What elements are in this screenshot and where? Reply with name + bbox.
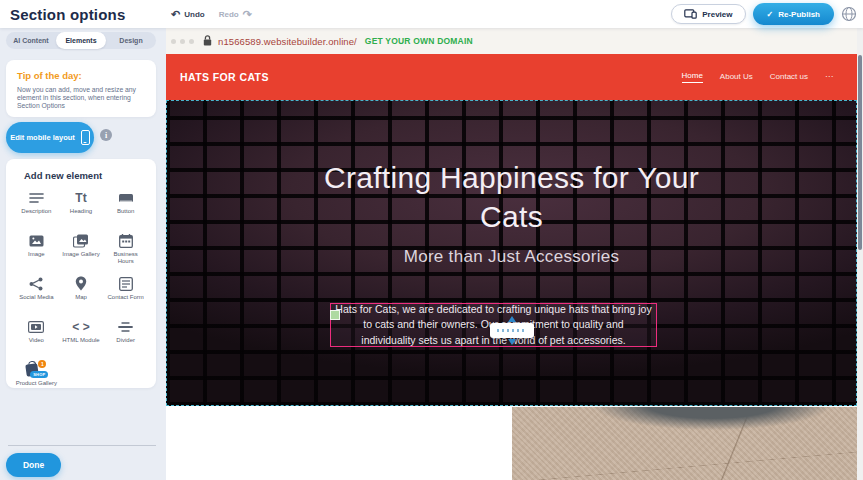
section-options-panel: AI Content Elements Design Tip of the da… (0, 28, 166, 480)
product-gallery-icon: 1 SHOP (26, 361, 46, 378)
resize-arrow-up-icon (508, 316, 516, 322)
site-nav: Home About Us Contact us ⋯ (682, 54, 834, 100)
next-section-image[interactable] (512, 407, 857, 480)
preview-scrollbar (857, 28, 863, 480)
element-item-product-gallery[interactable]: 1 SHOP Product Gallery (14, 361, 59, 395)
nav-about-us[interactable]: About Us (720, 72, 753, 83)
undo-button[interactable]: ↶ Undo (171, 9, 205, 20)
window-dot (171, 39, 176, 44)
redo-icon: ↷ (243, 9, 252, 20)
undo-label: Undo (184, 10, 204, 19)
app-window: Section options ↶ Undo Redo ↷ Preview ✓ (0, 0, 863, 480)
add-element-title: Add new element (24, 170, 148, 181)
add-element-card: Add new element Description Tt Heading (6, 159, 156, 388)
notification-badge: 1 (38, 360, 46, 368)
tab-elements[interactable]: Elements (56, 32, 106, 49)
tab-ai-content[interactable]: AI Content (6, 32, 56, 49)
business-hours-icon (119, 232, 133, 249)
description-icon (29, 189, 44, 206)
divider-icon (118, 318, 133, 335)
devices-icon (684, 9, 697, 19)
preview-label: Preview (702, 10, 732, 19)
element-item-map[interactable]: Map (59, 275, 104, 309)
video-icon (28, 318, 44, 335)
element-item-social-media[interactable]: Social Media (14, 275, 59, 309)
undo-redo-group: ↶ Undo Redo ↷ (171, 0, 252, 28)
hero-section[interactable]: Crafting Happiness for Your Cats More th… (166, 100, 857, 406)
element-item-button[interactable]: Button (103, 189, 148, 223)
element-item-heading[interactable]: Tt Heading (59, 189, 104, 223)
social-media-icon (29, 275, 43, 292)
globe-icon (841, 6, 857, 22)
tab-design[interactable]: Design (106, 32, 156, 49)
element-grid: Description Tt Heading Button Ima (14, 189, 148, 395)
page-title: Section options (10, 6, 126, 23)
element-item-divider[interactable]: Divider (103, 318, 148, 352)
site-logo[interactable]: HATS FOR CATS (180, 71, 269, 83)
get-domain-link[interactable]: GET YOUR OWN DOMAIN (365, 36, 473, 46)
site-header[interactable]: HATS FOR CATS Home About Us Contact us ⋯ (166, 54, 857, 100)
preview-button[interactable]: Preview (671, 4, 745, 24)
contact-form-icon (119, 275, 133, 292)
republish-label: Re-Publish (778, 10, 820, 19)
element-item-description[interactable]: Description (14, 189, 59, 223)
redo-label: Redo (219, 10, 239, 19)
section-resize-handle[interactable] (490, 323, 534, 338)
shop-tag: SHOP (30, 371, 48, 378)
edit-mobile-label: Edit mobile layout (10, 133, 75, 142)
html-module-icon: < > (72, 318, 89, 335)
element-item-html-module[interactable]: < > HTML Module (59, 318, 104, 352)
done-button[interactable]: Done (6, 453, 61, 477)
image-icon (29, 232, 44, 249)
republish-button[interactable]: ✓ Re-Publish (753, 3, 834, 25)
element-item-image[interactable]: Image (14, 232, 59, 266)
edit-mobile-layout-button[interactable]: Edit mobile layout (6, 122, 94, 153)
panel-divider (8, 445, 156, 446)
image-gallery-icon (73, 232, 89, 249)
tip-title: Tip of the day: (17, 70, 145, 81)
undo-icon: ↶ (171, 9, 180, 20)
hero-heading[interactable]: Crafting Happiness for Your Cats (312, 158, 712, 236)
element-item-video[interactable]: Video (14, 318, 59, 352)
element-drag-handle[interactable] (330, 310, 340, 320)
panel-tabs: AI Content Elements Design (6, 32, 156, 49)
window-dots (171, 39, 194, 44)
heading-icon: Tt (75, 189, 86, 206)
language-globe-button[interactable] (841, 6, 857, 22)
resize-grip-dots (497, 329, 527, 332)
window-dot (180, 39, 185, 44)
element-item-contact-form[interactable]: Contact Form (103, 275, 148, 309)
top-toolbar: Section options ↶ Undo Redo ↷ Preview ✓ (0, 0, 863, 28)
check-icon: ✓ (767, 10, 774, 19)
browser-bar: n1566589.websitebuilder.online/ GET YOUR… (166, 28, 857, 54)
info-icon[interactable]: i (100, 129, 112, 141)
tip-body: Now you can add, move and resize any ele… (17, 86, 145, 109)
hero-subheading[interactable]: More than Just Accessories (404, 247, 620, 267)
next-site-section[interactable] (166, 406, 857, 480)
top-actions: Preview ✓ Re-Publish (671, 0, 857, 28)
nav-home[interactable]: Home (682, 71, 703, 83)
map-icon (75, 275, 87, 292)
nav-contact-us[interactable]: Contact us (770, 72, 808, 83)
site-preview-canvas: n1566589.websitebuilder.online/ GET YOUR… (166, 28, 857, 480)
scrollbar-thumb[interactable] (858, 55, 862, 250)
button-icon (118, 189, 134, 206)
resize-arrow-down-icon (508, 339, 516, 345)
element-item-business-hours[interactable]: Business Hours (103, 232, 148, 266)
element-item-image-gallery[interactable]: Image Gallery (59, 232, 104, 266)
redo-button[interactable]: Redo ↷ (219, 9, 252, 20)
nav-more[interactable]: ⋯ (825, 72, 833, 83)
tip-of-the-day-card: Tip of the day: Now you can add, move an… (6, 60, 156, 117)
lock-icon (203, 32, 212, 50)
window-dot (189, 39, 194, 44)
site-url[interactable]: n1566589.websitebuilder.online/ (218, 36, 357, 47)
phone-icon (81, 130, 90, 145)
